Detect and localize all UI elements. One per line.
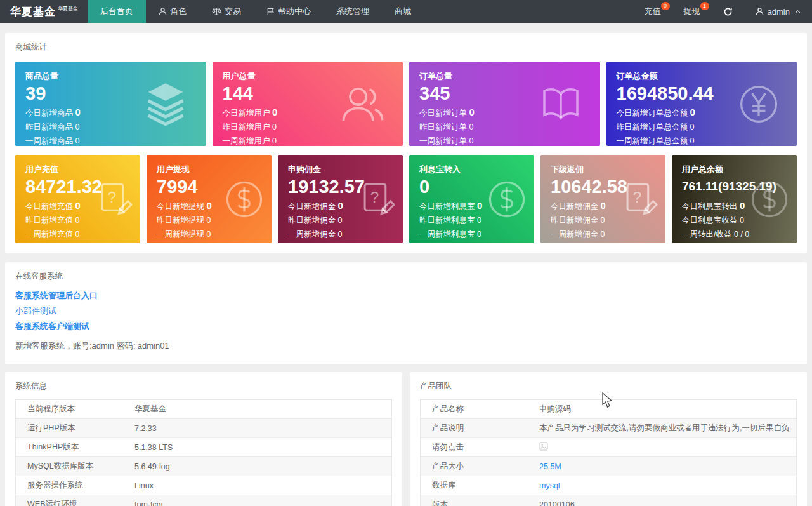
stat-card-recharge: 用户充值 84721.32 今日新增充值 0 昨日新增充值 0 一周新增充值 0… [15, 155, 140, 243]
card-title: 用户总余额 [682, 164, 787, 175]
cs-account-note: 新增客服系统，账号:admin 密码: admin01 [5, 335, 807, 352]
menu-item-label: 交易 [225, 6, 241, 17]
person-icon [159, 7, 167, 16]
system-info-table: 当前程序版本华夏基金 运行PHP版本7.2.33 ThinkPHP版本5.1.3… [15, 399, 392, 506]
table-row: ThinkPHP版本5.1.38 LTS [16, 438, 391, 457]
table-row: 请勿点击 [421, 438, 796, 457]
customer-service-panel: 在线客服系统 客服系统管理后台入口 小部件测试 客服系统客户端测试 新增客服系统… [5, 262, 807, 364]
product-team-table: 产品名称申购源码 产品说明本产品只为学习测试交流,请勿要做商业或者用于违法行为,… [420, 399, 797, 506]
cs-links: 客服系统管理后台入口 小部件测试 客服系统客户端测试 [5, 282, 807, 332]
card-title: 订单总金额 [617, 70, 787, 82]
menu-item-system[interactable]: 系统管理 [324, 0, 382, 23]
table-row: MySQL数据库版本5.6.49-log [16, 457, 391, 476]
stat-card-withdraw: 用户提现 7994 今日新增提现 0 昨日新增提现 0 一周新增提现 0 [147, 155, 272, 243]
card-title: 订单总量 [419, 70, 590, 82]
cs-admin-entry-link[interactable]: 客服系统管理后台入口 [15, 290, 797, 302]
product-team-panel: 产品团队 产品名称申购源码 产品说明本产品只为学习测试交流,请勿要做商业或者用于… [410, 372, 807, 506]
card-title: 用户提现 [157, 164, 261, 175]
stat-card-users: 用户总量 144 今日新增用户 0 昨日新增用户 0 一周新增用户 0 [213, 62, 403, 146]
svg-text:?: ? [108, 189, 116, 206]
svg-text:?: ? [633, 189, 641, 206]
card-title: 用户充值 [25, 164, 130, 175]
dollar-circle-icon [749, 178, 790, 220]
yen-circle-icon [737, 83, 780, 126]
menu-item-trade[interactable]: 交易 [199, 0, 254, 23]
svg-text:?: ? [370, 189, 379, 206]
dollar-circle-icon [223, 178, 265, 220]
menu-item-home[interactable]: 后台首页 [88, 0, 146, 23]
system-info-panel: 系统信息 当前程序版本华夏基金 运行PHP版本7.2.33 ThinkPHP版本… [5, 372, 402, 506]
dollar-circle-icon [486, 178, 528, 220]
brand-logo[interactable]: 华夏基金 华夏基金 [0, 0, 88, 23]
chevron-up-icon [795, 10, 801, 13]
navbar-right: 充值 0 提现 1 admin [633, 0, 812, 23]
brand-sup-text: 华夏基金 [58, 5, 78, 12]
refresh-icon [723, 7, 733, 17]
card-title: 利息宝转入 [419, 164, 524, 175]
table-row: 产品说明本产品只为学习测试交流,请勿要做商业或者用于违法行为,一切后果自负 [421, 419, 796, 438]
stat-card-total-balance: 用户总余额 761.11(91325.19) 今日利息宝转出 0 今日利息宝收益… [672, 155, 797, 243]
flag-icon [266, 7, 275, 16]
person-icon [756, 7, 764, 16]
survey-doc-icon: ? [357, 180, 396, 219]
table-row: 产品名称申购源码 [421, 400, 796, 419]
broken-image-icon[interactable] [538, 442, 548, 453]
stat-card-order-amount: 订单总金额 1694850.44 今日新增订单总金额 0 昨日新增订单总金额 0… [606, 62, 797, 146]
cs-widget-test-link[interactable]: 小部件测试 [15, 305, 797, 317]
stat-card-products: 商品总量 39 今日新增商品 0 昨日新增商品 0 一周新增商品 0 [15, 62, 206, 146]
withdraw-button[interactable]: 提现 1 [672, 0, 712, 23]
stat-card-commission: 申购佣金 19132.57 今日新增佣金 0 昨日新增佣金 0 一周新增佣金 0… [278, 155, 403, 243]
cs-client-test-link[interactable]: 客服系统客户端测试 [15, 320, 797, 332]
table-row: 运行PHP版本7.2.33 [16, 419, 391, 438]
scales-icon [212, 7, 221, 16]
survey-doc-icon: ? [620, 180, 659, 219]
layers-icon [141, 80, 190, 128]
mall-stats-panel: 商城统计 商品总量 39 今日新增商品 0 昨日新增商品 0 一周新增商品 0 … [5, 33, 807, 253]
table-row: 数据库mysql [421, 476, 796, 495]
stat-card-interest-in: 利息宝转入 0 今日新增利息宝 0 昨日新增利息宝 0 一周新增利息宝 0 [409, 155, 534, 243]
recharge-button[interactable]: 充值 0 [633, 0, 672, 23]
brand-text: 华夏基金 [10, 4, 56, 19]
main-menu: 后台首页 角色 交易 帮助中心 系统管理 商城 [88, 0, 424, 23]
username-label: admin [768, 7, 790, 17]
section-title-sysinfo: 系统信息 [5, 372, 402, 392]
table-row: WEB运行环境fpm-fcgi [16, 495, 391, 506]
top-navbar: 华夏基金 华夏基金 后台首页 角色 交易 帮助中心 系统管理 商城 充值 0 [0, 0, 812, 23]
database-link[interactable]: mysql [538, 481, 560, 490]
card-title: 下级返佣 [551, 164, 655, 175]
section-title-product: 产品团队 [410, 372, 807, 392]
withdraw-label: 提现 [684, 6, 700, 17]
product-size-link[interactable]: 25.5M [538, 462, 561, 471]
menu-item-help[interactable]: 帮助中心 [254, 0, 324, 23]
table-row: 版本20100106 [421, 495, 796, 506]
menu-item-label: 商城 [395, 6, 411, 17]
survey-doc-icon: ? [95, 180, 134, 219]
user-dropdown[interactable]: admin [744, 0, 812, 23]
menu-item-label: 后台首页 [100, 6, 133, 17]
stats-row-1: 商品总量 39 今日新增商品 0 昨日新增商品 0 一周新增商品 0 用户总量 … [5, 62, 807, 146]
refresh-button[interactable] [712, 0, 744, 23]
table-row: 产品大小25.5M [421, 457, 796, 476]
bottom-section: 系统信息 当前程序版本华夏基金 运行PHP版本7.2.33 ThinkPHP版本… [5, 372, 807, 506]
section-title-cs: 在线客服系统 [5, 262, 807, 282]
stat-card-sub-rebate: 下级返佣 10642.58 今日新增佣金 0 昨日新增佣金 0 一周新增佣金 0… [540, 155, 665, 243]
menu-item-label: 角色 [170, 6, 187, 17]
recharge-badge: 0 [661, 2, 670, 10]
table-row: 服务器操作系统Linux [16, 476, 391, 495]
table-row: 当前程序版本华夏基金 [16, 400, 391, 419]
users-icon [338, 80, 386, 128]
menu-item-label: 系统管理 [336, 6, 369, 17]
menu-item-label: 帮助中心 [278, 6, 311, 17]
menu-item-mall[interactable]: 商城 [382, 0, 424, 23]
withdraw-badge: 1 [700, 2, 709, 10]
stats-row-2: 用户充值 84721.32 今日新增充值 0 昨日新增充值 0 一周新增充值 0… [5, 155, 807, 243]
stat-card-orders: 订单总量 345 今日新增订单 0 昨日新增订单 0 一周新增订单 0 [409, 62, 600, 146]
menu-item-roles[interactable]: 角色 [146, 0, 199, 23]
open-book-icon [538, 81, 584, 127]
section-title-stats: 商城统计 [5, 33, 807, 53]
recharge-label: 充值 [645, 6, 661, 17]
card-title: 申购佣金 [288, 164, 393, 175]
